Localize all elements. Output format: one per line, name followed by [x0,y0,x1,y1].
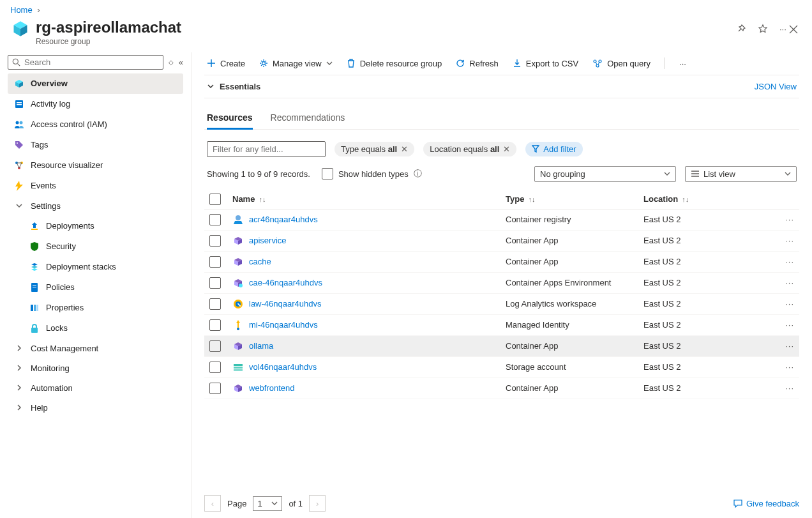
row-checkbox[interactable] [209,383,221,394]
row-checkbox[interactable] [209,340,221,352]
breadcrumb-home[interactable]: Home [10,5,33,15]
sidebar-item-events[interactable]: Events [8,176,183,196]
sidebar-item-deployment-stacks[interactable]: Deployment stacks [8,257,183,277]
sidebar-item-activity-log[interactable]: Activity log [8,94,183,114]
row-checkbox[interactable] [209,277,221,289]
sidebar-item-tags[interactable]: Tags [8,135,183,155]
favorite-button[interactable] [756,22,769,35]
feedback-link[interactable]: Give feedback [733,499,799,508]
row-checkbox[interactable] [209,214,221,225]
refresh-icon [456,59,465,68]
sidebar-item-deployments[interactable]: Deployments [8,216,183,236]
resource-link[interactable]: acr46nqaar4uhdvs [249,215,318,224]
resource-type: Container App [506,257,643,266]
row-more-button[interactable]: ··· [771,257,794,266]
sidebar-search[interactable] [8,55,163,70]
row-more-button[interactable]: ··· [771,215,794,224]
row-more-button[interactable]: ··· [771,383,794,393]
table-row[interactable]: apiserviceContainer AppEast US 2··· [204,231,799,252]
svg-rect-3 [17,104,22,105]
sidebar-item-security[interactable]: Security [8,236,183,257]
sidebar-section-settings[interactable]: Settings [8,196,183,216]
info-icon[interactable]: ⓘ [414,168,422,179]
table-row[interactable]: webfrontendContainer AppEast US 2··· [204,378,799,399]
collapse-sidebar-button[interactable]: « [179,57,183,67]
sidebar-section-help[interactable]: Help [8,398,183,418]
table-row[interactable]: law-46nqaar4uhdvsLog Analytics workspace… [204,294,799,315]
close-icon[interactable]: ✕ [401,144,408,154]
table-row[interactable]: cae-46nqaar4uhdvsContainer Apps Environm… [204,273,799,294]
refresh-button[interactable]: Refresh [456,57,499,70]
table-row[interactable]: vol46nqaar4uhdvsStorage accountEast US 2… [204,357,799,378]
pin-button[interactable] [735,22,748,35]
table-row[interactable]: cacheContainer AppEast US 2··· [204,252,799,273]
view-dropdown[interactable]: List view [685,166,797,182]
close-button[interactable] [788,24,799,35]
row-more-button[interactable]: ··· [771,362,794,372]
row-more-button[interactable]: ··· [771,299,794,309]
sidebar-item-policies[interactable]: Policies [8,277,183,298]
row-checkbox[interactable] [209,319,221,331]
filter-pill-type[interactable]: Type equals all ✕ [335,142,414,156]
export-button[interactable]: Export to CSV [513,57,578,70]
sidebar-section-cost[interactable]: Cost Management [8,339,183,358]
row-checkbox[interactable] [209,256,221,268]
create-button[interactable]: Create [207,57,245,70]
sidebar-item-visualizer[interactable]: Resource visualizer [8,155,183,176]
json-view-link[interactable]: JSON View [755,82,797,91]
resource-link[interactable]: law-46nqaar4uhdvs [249,299,321,309]
resource-link[interactable]: apiservice [249,236,287,245]
grouping-dropdown[interactable]: No grouping [534,166,676,182]
prev-page-button[interactable]: ‹ [204,495,221,512]
toolbar-more-button[interactable]: ··· [679,57,686,70]
filter-pill-location[interactable]: Location equals all ✕ [423,142,516,156]
manage-view-button[interactable]: Manage view [259,57,333,70]
row-more-button[interactable]: ··· [771,236,794,245]
column-header-name[interactable]: Name↑↓ [232,194,506,204]
sidebar-item-iam[interactable]: Access control (IAM) [8,114,183,135]
resource-location: East US 2 [643,236,771,245]
row-more-button[interactable]: ··· [771,341,794,351]
row-checkbox[interactable] [209,298,221,310]
expand-icon[interactable]: ◇ [169,59,174,66]
add-filter-button[interactable]: Add filter [525,142,582,156]
more-actions-button[interactable]: ··· [778,23,788,35]
sidebar-search-input[interactable] [24,57,159,67]
sidebar-section-automation[interactable]: Automation [8,378,183,398]
row-more-button[interactable]: ··· [771,278,794,287]
delete-button[interactable]: Delete resource group [347,57,442,70]
page-input[interactable]: 1 [253,496,282,511]
essentials-toggle[interactable]: Essentials [207,82,260,91]
resource-link[interactable]: vol46nqaar4uhdvs [249,362,317,372]
resource-link[interactable]: mi-46nqaar4uhdvs [249,320,318,330]
open-query-button[interactable]: Open query [592,57,650,70]
column-header-type[interactable]: Type↑↓ [506,194,643,204]
tab-resources[interactable]: Resources [207,112,253,129]
resource-link[interactable]: ollama [249,341,273,351]
tab-recommendations[interactable]: Recommendations [271,112,345,129]
sidebar-section-monitoring[interactable]: Monitoring [8,358,183,378]
breadcrumb: Home › [0,0,812,16]
table-row[interactable]: acr46nqaar4uhdvsContainer registryEast U… [204,209,799,231]
next-page-button[interactable]: › [309,495,326,512]
column-header-location[interactable]: Location↑↓ [643,194,771,204]
select-all-checkbox[interactable] [209,194,221,205]
resource-link[interactable]: webfrontend [249,383,295,393]
plus-icon [207,59,216,68]
chevron-down-icon [14,202,24,209]
close-icon[interactable]: ✕ [503,144,510,154]
sidebar-item-locks[interactable]: Locks [8,318,183,339]
chevron-down-icon [664,171,670,177]
show-hidden-checkbox[interactable] [322,168,333,179]
table-row[interactable]: ollamaContainer AppEast US 2··· [204,336,799,357]
row-more-button[interactable]: ··· [771,320,794,330]
table-row[interactable]: mi-46nqaar4uhdvsManaged IdentityEast US … [204,315,799,336]
resource-link[interactable]: cache [249,257,271,266]
row-checkbox[interactable] [209,362,221,373]
resource-location: East US 2 [643,278,771,287]
row-checkbox[interactable] [209,235,221,247]
resource-link[interactable]: cae-46nqaar4uhdvs [249,278,322,287]
filter-input[interactable] [207,141,326,157]
sidebar-item-properties[interactable]: Properties [8,298,183,318]
sidebar-item-overview[interactable]: Overview [8,73,183,94]
